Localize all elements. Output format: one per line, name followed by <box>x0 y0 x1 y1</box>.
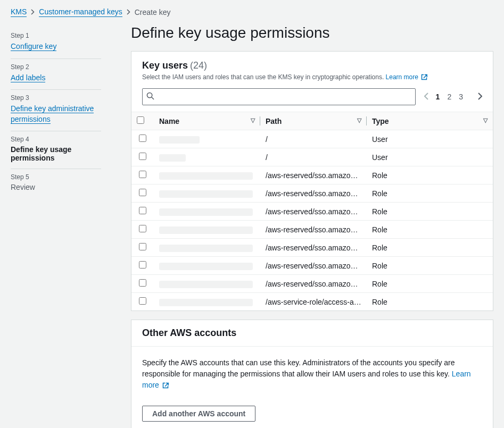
chevron-right-icon <box>127 8 130 16</box>
row-checkbox[interactable] <box>139 279 146 287</box>
step-title: Review <box>11 183 101 191</box>
wizard-step: Step 5Review <box>11 169 101 198</box>
key-users-table: Name▽ Path▽ Type▽ /User/User/aws-reserve… <box>131 112 493 310</box>
svg-line-1 <box>152 97 154 99</box>
cell-path: / <box>260 130 367 148</box>
step-title[interactable]: Add labels <box>11 73 45 82</box>
table-row: /aws-service-role/access-analy…Role <box>131 293 493 311</box>
wizard-step: Step 2Add labels <box>11 59 101 90</box>
sort-icon: ▽ <box>483 117 488 124</box>
cell-type: User <box>367 130 493 148</box>
learn-more-link[interactable]: Learn more <box>386 73 428 81</box>
breadcrumb: KMS Customer-managed keys Create key <box>0 0 504 22</box>
column-header-path[interactable]: Path▽ <box>260 112 367 130</box>
wizard-step: Step 1Configure key <box>11 28 101 59</box>
cell-path: /aws-reserved/sso.amazonaws… <box>260 184 367 203</box>
key-users-count: (24) <box>190 60 207 71</box>
table-row: /aws-reserved/sso.amazonaws…Role <box>131 221 493 239</box>
step-label: Step 1 <box>11 32 101 39</box>
page-next-icon[interactable] <box>478 93 482 102</box>
cell-path: /aws-reserved/sso.amazonaws… <box>260 239 367 257</box>
row-checkbox[interactable] <box>139 171 146 178</box>
svg-point-0 <box>147 93 152 97</box>
cell-type: Role <box>367 239 493 257</box>
breadcrumb-kms[interactable]: KMS <box>11 7 27 17</box>
redacted-name <box>159 136 200 144</box>
table-row: /aws-reserved/sso.amazonaws…Role <box>131 239 493 257</box>
column-header-name[interactable]: Name▽ <box>154 112 260 130</box>
page-number[interactable]: 2 <box>447 93 451 101</box>
cell-type: Role <box>367 166 493 184</box>
cell-type: Role <box>367 203 493 221</box>
table-row: /aws-reserved/sso.amazonaws…Role <box>131 257 493 275</box>
row-checkbox[interactable] <box>139 225 146 232</box>
cell-type: Role <box>367 293 493 311</box>
redacted-name <box>159 281 253 288</box>
row-checkbox[interactable] <box>139 153 146 160</box>
redacted-name <box>159 226 253 234</box>
external-link-icon <box>162 381 169 392</box>
row-checkbox[interactable] <box>139 243 146 250</box>
wizard-steps-sidebar: Step 1Configure keyStep 2Add labelsStep … <box>0 22 112 428</box>
search-icon <box>146 92 154 102</box>
cell-path: /aws-reserved/sso.amazonaws… <box>260 203 367 221</box>
wizard-step: Step 4Define key usage permissions <box>11 131 101 169</box>
row-checkbox[interactable] <box>139 207 146 214</box>
row-checkbox[interactable] <box>139 135 146 142</box>
step-label: Step 5 <box>11 173 101 181</box>
key-users-description: Select the IAM users and roles that can … <box>142 73 482 82</box>
table-row: /aws-reserved/sso.amazonaws…Role <box>131 203 493 221</box>
chevron-right-icon <box>31 8 35 16</box>
select-all-checkbox[interactable] <box>137 116 144 124</box>
cell-path: /aws-service-role/access-analy… <box>260 293 367 311</box>
other-accounts-panel: Other AWS accounts Specify the AWS accou… <box>131 320 493 428</box>
page-title: Define key usage permissions <box>131 24 493 41</box>
page-prev-icon <box>424 93 428 102</box>
table-row: /User <box>131 148 493 166</box>
cell-type: Role <box>367 221 493 239</box>
cell-type: Role <box>367 184 493 203</box>
external-link-icon <box>421 74 427 82</box>
page-number[interactable]: 1 <box>436 93 440 101</box>
column-header-type[interactable]: Type▽ <box>367 112 493 130</box>
other-accounts-title: Other AWS accounts <box>131 320 493 347</box>
table-row: /User <box>131 130 493 148</box>
cell-path: /aws-reserved/sso.amazonaws… <box>260 257 367 275</box>
cell-type: Role <box>367 275 493 293</box>
cell-path: /aws-reserved/sso.amazonaws… <box>260 275 367 293</box>
step-title[interactable]: Define key administrative permissions <box>11 104 94 124</box>
search-input[interactable] <box>142 88 416 105</box>
step-label: Step 3 <box>11 94 101 102</box>
add-account-button[interactable]: Add another AWS account <box>142 406 255 422</box>
table-row: /aws-reserved/sso.amazonaws…Role <box>131 275 493 293</box>
row-checkbox[interactable] <box>139 261 146 268</box>
redacted-name <box>159 245 253 252</box>
key-users-panel: Key users (24) Select the IAM users and … <box>131 51 493 311</box>
redacted-name <box>159 172 253 180</box>
cell-path: /aws-reserved/sso.amazonaws… <box>260 166 367 184</box>
page-number[interactable]: 3 <box>459 93 463 101</box>
redacted-name <box>159 190 253 198</box>
cell-type: User <box>367 148 493 166</box>
table-row: /aws-reserved/sso.amazonaws…Role <box>131 166 493 184</box>
breadcrumb-current: Create key <box>135 8 171 16</box>
row-checkbox[interactable] <box>139 189 146 196</box>
step-title: Define key usage permissions <box>11 145 101 162</box>
redacted-name <box>159 299 253 306</box>
row-checkbox[interactable] <box>139 297 146 305</box>
other-accounts-description: Specify the AWS accounts that can use th… <box>142 358 455 378</box>
cell-path: / <box>260 148 367 166</box>
sort-icon: ▽ <box>251 117 255 124</box>
wizard-step: Step 3Define key administrative permissi… <box>11 90 101 131</box>
redacted-name <box>159 208 253 216</box>
sort-icon: ▽ <box>357 117 361 124</box>
cell-type: Role <box>367 257 493 275</box>
key-users-title: Key users <box>142 60 188 71</box>
redacted-name <box>159 263 253 270</box>
step-title[interactable]: Configure key <box>11 42 56 51</box>
redacted-name <box>159 154 186 162</box>
pagination: 123 <box>424 93 482 102</box>
step-label: Step 4 <box>11 136 101 143</box>
breadcrumb-customer-keys[interactable]: Customer-managed keys <box>39 7 122 17</box>
table-row: /aws-reserved/sso.amazonaws…Role <box>131 184 493 203</box>
